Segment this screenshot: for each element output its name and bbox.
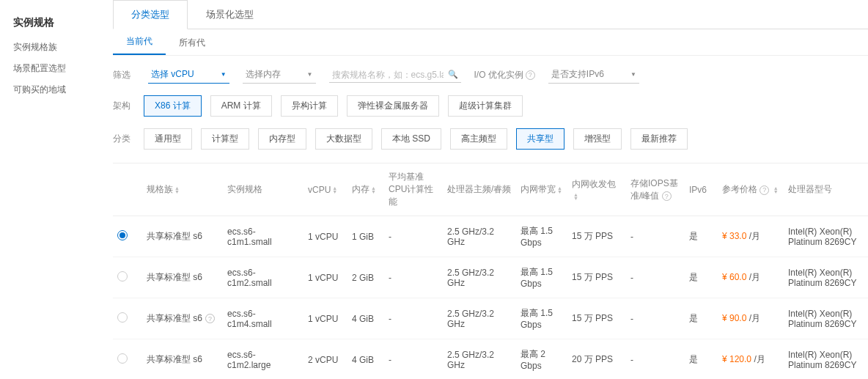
col-ipv6: IPv6 bbox=[685, 163, 718, 216]
pps-cell: 20 万 PPS bbox=[567, 339, 626, 380]
family-cell: 共享标准型 s6 ? bbox=[147, 312, 218, 325]
col-pps[interactable]: 内网收发包▲▼ bbox=[567, 163, 626, 216]
avg-cell: - bbox=[384, 339, 443, 380]
family-cell: 共享标准型 s6 bbox=[147, 230, 218, 243]
category-label: 分类 bbox=[113, 133, 135, 145]
cpu-cell: Intel(R) Xeon(R) Platinum 8269CY bbox=[784, 339, 868, 380]
col-family[interactable]: 规格族▲▼ bbox=[142, 163, 223, 216]
vcpu-cell: 1 vCPU bbox=[304, 257, 347, 298]
ipv6-cell: 是 bbox=[685, 216, 718, 257]
help-icon[interactable]: ? bbox=[526, 70, 535, 80]
iops-cell: - bbox=[626, 298, 685, 339]
avg-cell: - bbox=[384, 257, 443, 298]
sidebar-item-2[interactable]: 可购买的地域 bbox=[13, 79, 108, 100]
row-radio[interactable] bbox=[117, 353, 128, 364]
chevron-down-icon: ▼ bbox=[630, 71, 636, 78]
subtab-0[interactable]: 当前代 bbox=[113, 29, 166, 55]
spec-cell: ecs.s6-c1m2.large bbox=[223, 339, 304, 380]
iops-cell: - bbox=[626, 216, 685, 257]
ipv6-cell: 是 bbox=[685, 298, 718, 339]
cpu-cell: Intel(R) Xeon(R) Platinum 8269CY bbox=[784, 298, 868, 339]
arch-chip-2[interactable]: 异构计算 bbox=[281, 95, 338, 117]
family-cell: 共享标准型 s6 bbox=[147, 353, 218, 366]
row-radio[interactable] bbox=[117, 312, 128, 323]
row-radio[interactable] bbox=[117, 230, 128, 240]
ipv6-cell: 是 bbox=[685, 339, 718, 380]
vcpu-cell: 2 vCPU bbox=[304, 339, 347, 380]
category-chip-5[interactable]: 高主频型 bbox=[450, 128, 507, 150]
spec-cell: ecs.s6-c1m1.small bbox=[223, 216, 304, 257]
memory-cell: 4 GiB bbox=[347, 298, 384, 339]
chevron-down-icon: ▼ bbox=[221, 71, 227, 78]
tab-0[interactable]: 分类选型 bbox=[113, 0, 188, 29]
bw-cell: 最高 1.5 Gbps bbox=[516, 216, 567, 257]
arch-chip-1[interactable]: ARM 计算 bbox=[210, 95, 272, 117]
ipv6-dropdown[interactable]: 是否支持IPv6 ▼ bbox=[548, 66, 639, 84]
pps-cell: 15 万 PPS bbox=[567, 257, 626, 298]
sort-icon: ▲▼ bbox=[174, 186, 180, 194]
category-chip-7[interactable]: 增强型 bbox=[573, 128, 622, 150]
category-chip-4[interactable]: 本地 SSD bbox=[381, 128, 441, 150]
sidebar-item-0[interactable]: 实例规格族 bbox=[13, 37, 108, 58]
arch-label: 架构 bbox=[113, 100, 135, 112]
memory-dropdown[interactable]: 选择内存 ▼ bbox=[243, 66, 316, 84]
arch-chip-3[interactable]: 弹性裸金属服务器 bbox=[347, 95, 439, 117]
filter-row: 筛选 选择 vCPU ▼ 选择内存 ▼ 🔍 I/O 优化实例 ? 是否支持IPv… bbox=[113, 56, 868, 89]
search-input[interactable] bbox=[332, 70, 444, 80]
arch-row: 架构 X86 计算ARM 计算异构计算弹性裸金属服务器超级计算集群 bbox=[113, 89, 868, 122]
category-chip-3[interactable]: 大数据型 bbox=[315, 128, 372, 150]
col-vcpu[interactable]: vCPU▲▼ bbox=[304, 163, 347, 216]
bw-cell: 最高 1.5 Gbps bbox=[516, 298, 567, 339]
bw-cell: 最高 2 Gbps bbox=[516, 339, 567, 380]
category-chip-0[interactable]: 通用型 bbox=[144, 128, 192, 150]
freq-cell: 2.5 GHz/3.2 GHz bbox=[443, 339, 516, 380]
help-icon[interactable]: ? bbox=[662, 191, 672, 201]
col-freq: 处理器主频/睿频 bbox=[443, 163, 516, 216]
memory-cell: 1 GiB bbox=[347, 216, 384, 257]
table-row[interactable]: 共享标准型 s6ecs.s6-c1m2.small1 vCPU2 GiB-2.5… bbox=[113, 257, 868, 298]
col-cpu: 处理器型号 bbox=[784, 163, 868, 216]
category-chip-6[interactable]: 共享型 bbox=[516, 128, 564, 150]
subtab-1[interactable]: 所有代 bbox=[166, 31, 218, 55]
io-optimized-text: I/O 优化实例 bbox=[474, 69, 523, 81]
sidebar-item-1[interactable]: 场景配置选型 bbox=[13, 58, 108, 79]
cpu-cell: Intel(R) Xeon(R) Platinum 8269CY bbox=[784, 216, 868, 257]
help-icon[interactable]: ? bbox=[760, 185, 769, 195]
category-chip-2[interactable]: 内存型 bbox=[258, 128, 306, 150]
price-cell: ¥ 60.0 /月 bbox=[718, 257, 784, 298]
table-row[interactable]: 共享标准型 s6ecs.s6-c1m1.small1 vCPU1 GiB-2.5… bbox=[113, 216, 868, 257]
pps-cell: 15 万 PPS bbox=[567, 298, 626, 339]
main-content: 分类选型场景化选型 当前代所有代 筛选 选择 vCPU ▼ 选择内存 ▼ 🔍 I… bbox=[108, 0, 868, 379]
category-chip-8[interactable]: 最新推荐 bbox=[630, 128, 688, 150]
tab-1[interactable]: 场景化选型 bbox=[188, 0, 272, 29]
arch-chip-4[interactable]: 超级计算集群 bbox=[448, 95, 523, 117]
arch-chip-0[interactable]: X86 计算 bbox=[144, 95, 202, 117]
search-icon[interactable]: 🔍 bbox=[448, 70, 458, 79]
col-memory[interactable]: 内存▲▼ bbox=[347, 163, 384, 216]
sidebar: 实例规格 实例规格族场景配置选型可购买的地域 bbox=[0, 0, 108, 379]
category-chip-1[interactable]: 计算型 bbox=[201, 128, 249, 150]
ipv6-dropdown-label: 是否支持IPv6 bbox=[551, 68, 604, 81]
family-cell: 共享标准型 s6 bbox=[147, 271, 218, 284]
ipv6-cell: 是 bbox=[685, 257, 718, 298]
pps-cell: 15 万 PPS bbox=[567, 216, 626, 257]
chevron-down-icon: ▼ bbox=[307, 71, 313, 78]
help-icon[interactable]: ? bbox=[205, 314, 215, 323]
vcpu-cell: 1 vCPU bbox=[304, 298, 347, 339]
vcpu-dropdown[interactable]: 选择 vCPU ▼ bbox=[148, 66, 229, 84]
sort-icon: ▲▼ bbox=[557, 186, 562, 194]
tabs: 分类选型场景化选型 bbox=[113, 0, 868, 29]
table-row[interactable]: 共享标准型 s6ecs.s6-c1m2.large2 vCPU4 GiB-2.5… bbox=[113, 339, 868, 380]
table-row[interactable]: 共享标准型 s6 ?ecs.s6-c1m4.small1 vCPU4 GiB-2… bbox=[113, 298, 868, 339]
sort-icon: ▲▼ bbox=[773, 186, 779, 194]
col-bw[interactable]: 内网带宽▲▼ bbox=[516, 163, 567, 216]
vcpu-dropdown-label: 选择 vCPU bbox=[151, 68, 194, 81]
vcpu-cell: 1 vCPU bbox=[304, 216, 347, 257]
price-cell: ¥ 33.0 /月 bbox=[718, 216, 784, 257]
col-iops: 存储IOPS基准/峰值 ? bbox=[626, 163, 685, 216]
avg-cell: - bbox=[384, 216, 443, 257]
col-spec: 实例规格 bbox=[223, 163, 304, 216]
spec-cell: ecs.s6-c1m2.small bbox=[223, 257, 304, 298]
col-price[interactable]: 参考价格 ? ▲▼ bbox=[718, 163, 784, 216]
row-radio[interactable] bbox=[117, 271, 128, 282]
